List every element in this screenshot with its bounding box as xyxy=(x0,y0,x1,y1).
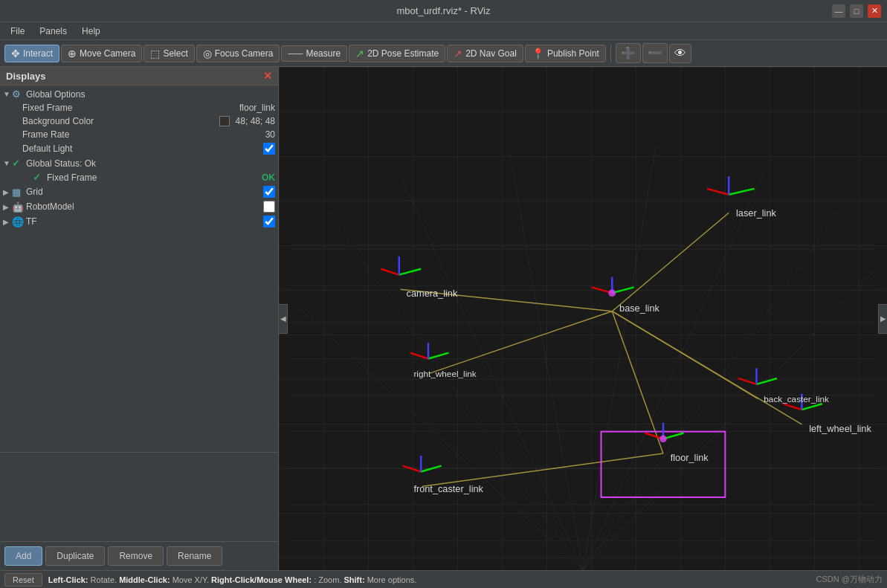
svg-line-41 xyxy=(738,378,757,384)
global-options-row[interactable]: ▼ ⚙ Global Options xyxy=(0,87,278,101)
publish-point-label: Publish Point xyxy=(547,48,599,59)
view-button[interactable]: 👁 xyxy=(669,44,691,63)
interact-button[interactable]: ✥ Interact xyxy=(4,45,59,62)
viewport-collapse-right[interactable]: ▶ xyxy=(878,304,887,334)
move-camera-label: Move Camera xyxy=(80,48,135,59)
front-caster-label: front_caster_link xyxy=(413,483,483,494)
remove-button[interactable]: Remove xyxy=(108,546,164,566)
gs-arrow: ▼ xyxy=(3,159,12,167)
svg-line-35 xyxy=(410,353,428,359)
background-color-label: Background Color xyxy=(22,116,219,126)
frame-rate-row[interactable]: ▶ Frame Rate 30 xyxy=(0,128,278,141)
publish-point-button[interactable]: 📍 Publish Point xyxy=(525,45,606,62)
select-button[interactable]: ⬚ Select xyxy=(143,45,194,62)
hint-right-click: Right-Click/Mouse Wheel: xyxy=(211,575,312,584)
titlebar-controls: — □ ✕ xyxy=(832,4,881,18)
menu-file[interactable]: File xyxy=(3,25,32,38)
svg-line-25 xyxy=(707,189,729,195)
global-options-icon: ⚙ xyxy=(12,88,24,100)
bottom-buttons: Add Duplicate Remove Rename xyxy=(0,541,278,570)
2d-nav-label: 2D Nav Goal xyxy=(465,48,517,59)
add-button[interactable]: Add xyxy=(4,546,42,566)
background-color-value: 48; 48; 48 xyxy=(236,116,275,126)
tf-icon: 🌐 xyxy=(12,216,24,227)
2d-pose-label: 2D Pose Estimate xyxy=(367,48,439,59)
svg-line-37 xyxy=(801,404,822,410)
svg-line-0 xyxy=(328,213,583,570)
measure-icon: —— xyxy=(288,49,303,57)
grid-checkbox[interactable] xyxy=(263,186,275,198)
grid-label: Grid xyxy=(26,187,260,197)
global-status-row[interactable]: ▼ ✓ Global Status: Ok xyxy=(0,156,278,170)
duplicate-button[interactable]: Duplicate xyxy=(45,546,105,566)
titlebar: mbot_urdf.rviz* - RViz — □ ✕ xyxy=(0,0,887,22)
svg-line-2 xyxy=(510,155,583,570)
left-wheel-label: left_wheel_link xyxy=(809,423,871,434)
2d-nav-icon: ↗ xyxy=(454,48,462,59)
default-light-checkbox[interactable] xyxy=(263,143,275,155)
add-display-button[interactable]: ➕ xyxy=(616,43,641,63)
move-camera-icon: ⊕ xyxy=(68,48,77,59)
fixed-frame-status-icon: ✓ xyxy=(33,172,45,183)
tf-arrow: ▶ xyxy=(3,218,12,226)
watermark: CSDN @万物动力 xyxy=(816,574,883,585)
robot-model-label: RobotModel xyxy=(26,201,260,212)
background-color-row[interactable]: ▶ Background Color 48; 48; 48 xyxy=(0,114,278,128)
svg-line-17 xyxy=(612,213,729,311)
default-light-row[interactable]: ▶ Default Light xyxy=(0,141,278,156)
minimize-button[interactable]: — xyxy=(832,4,845,18)
fixed-frame-label: Fixed Frame xyxy=(22,103,236,113)
svg-point-33 xyxy=(608,289,616,297)
fixed-frame-status-row[interactable]: ▶ ✓ Fixed Frame OK xyxy=(0,170,278,184)
3d-viewport[interactable]: ◀ ▶ xyxy=(279,67,887,570)
hint-middle-click: Middle-Click: xyxy=(119,575,170,584)
hint-left-click: Left-Click: xyxy=(48,575,88,584)
reset-button[interactable]: Reset xyxy=(4,573,42,587)
tf-label: TF xyxy=(26,216,260,227)
hint-left-action: Rotate. xyxy=(91,575,120,584)
measure-label: Measure xyxy=(306,48,341,59)
tf-checkbox[interactable] xyxy=(263,216,275,227)
rm-arrow: ▶ xyxy=(3,203,12,211)
properties-area xyxy=(0,452,278,541)
panel-close-button[interactable]: ✕ xyxy=(263,70,272,82)
move-camera-button[interactable]: ⊕ Move Camera xyxy=(61,45,142,62)
toolbar-separator xyxy=(610,45,611,62)
toolbar: ✥ Interact ⊕ Move Camera ⬚ Select ◎ Focu… xyxy=(0,40,887,67)
robot-model-checkbox[interactable] xyxy=(263,201,275,213)
publish-point-icon: 📍 xyxy=(532,48,544,59)
robot-model-row[interactable]: ▶ 🤖 RobotModel xyxy=(0,199,278,214)
global-options-label: Global Options xyxy=(26,89,275,100)
robot-model-icon: 🤖 xyxy=(12,201,24,213)
2d-nav-button[interactable]: ↗ 2D Nav Goal xyxy=(447,45,523,62)
fixed-frame-status-label: Fixed Frame xyxy=(47,172,259,183)
focus-camera-button[interactable]: ◎ Focus Camera xyxy=(196,45,280,62)
camera-link-label: camera_link xyxy=(407,288,458,299)
close-button[interactable]: ✕ xyxy=(868,4,881,18)
fixed-frame-row[interactable]: ▶ Fixed Frame floor_link xyxy=(0,101,278,114)
2d-pose-button[interactable]: ↗ 2D Pose Estimate xyxy=(349,45,445,62)
default-light-label: Default Light xyxy=(22,143,260,154)
svg-line-24 xyxy=(729,189,754,195)
svg-line-4 xyxy=(583,169,765,570)
panel-title: Displays xyxy=(6,71,45,82)
grid-icon: ▦ xyxy=(12,187,24,198)
svg-line-38 xyxy=(784,404,802,410)
tf-row[interactable]: ▶ 🌐 TF xyxy=(0,214,278,229)
right-wheel-label: right_wheel_link xyxy=(413,369,476,378)
hint-middle-action: Move X/Y. xyxy=(172,575,211,584)
rename-button[interactable]: Rename xyxy=(167,546,222,566)
select-label: Select xyxy=(163,48,187,59)
svg-line-7 xyxy=(291,300,583,570)
focus-camera-label: Focus Camera xyxy=(215,48,274,59)
svg-point-47 xyxy=(659,435,667,442)
menu-help[interactable]: Help xyxy=(74,25,108,38)
focus-camera-icon: ◎ xyxy=(203,48,212,59)
statusbar-hint: Left-Click: Rotate. Middle-Click: Move X… xyxy=(48,575,417,584)
grid-row[interactable]: ▶ ▦ Grid xyxy=(0,184,278,199)
remove-display-button[interactable]: ➖ xyxy=(642,43,668,63)
menu-panels[interactable]: Panels xyxy=(32,25,74,38)
measure-button[interactable]: —— Measure xyxy=(281,45,347,62)
viewport-collapse-left[interactable]: ◀ xyxy=(279,304,288,334)
maximize-button[interactable]: □ xyxy=(850,4,863,18)
